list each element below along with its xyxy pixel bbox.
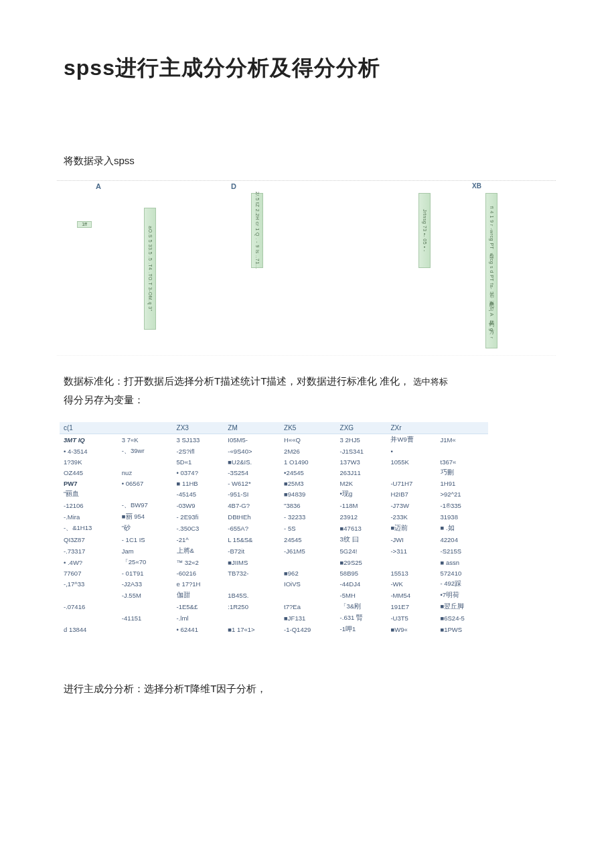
table-row: 1?39K5D«1■U2&IS.1 O1490137W31055Kt367« <box>60 457 488 467</box>
th: ZXG <box>336 422 387 434</box>
table-cell: 并W9曹 <box>386 434 436 446</box>
table-cell: - 492踩 <box>437 578 489 590</box>
table-cell: -WK <box>386 578 436 590</box>
table-cell: ■ 11HB <box>173 478 224 488</box>
table-cell <box>118 488 173 500</box>
table-cell <box>60 590 118 601</box>
table-cell: 137W3 <box>336 457 387 467</box>
table-cell: 77607 <box>60 568 118 578</box>
table-cell: ■JIIMS <box>224 557 280 568</box>
table-row: -,17^33-J2A33e 17?1HIOiVS-44DJ4-WK- 492踩 <box>60 578 488 590</box>
table-cell: TB732- <box>224 568 280 578</box>
data-col-1: aO.S 5 33.5 .5 .T4 .TO.T 3-OM.q 3" <box>144 208 156 330</box>
th: ZXr <box>386 422 436 434</box>
table-cell: e 17?1H <box>173 578 224 590</box>
table-cell: • 0374? <box>173 467 224 478</box>
table-cell <box>280 557 335 568</box>
table-cell: ■47613 <box>336 523 387 534</box>
table-cell: I05M5- <box>224 434 280 446</box>
table-row: PW7• 06567■ 11HB- W612*■25M3M2K-U71H71H9… <box>60 478 488 488</box>
table-cell <box>386 467 436 478</box>
table-cell: 「3&刚 <box>336 601 387 612</box>
table-cell: L 15&S& <box>224 534 280 545</box>
data-col-3: Jrtnsg 73 •- 05 • - <box>418 193 431 268</box>
table-cell: 上將& <box>173 545 224 557</box>
data-col-3-text: Jrtnsg 73 •- 05 • - <box>422 209 427 251</box>
th: ZM <box>224 422 280 434</box>
table-cell: - 2E93fi <box>173 511 224 523</box>
table-cell: ™ 32«2 <box>173 557 224 568</box>
th <box>437 422 489 434</box>
table-cell: nuz <box>118 467 173 478</box>
table-cell: •24545 <box>280 467 335 478</box>
table-cell <box>280 590 335 601</box>
table-row: -.Mira■丽 954- 2E93fiDBtHEh- 3223323912-2… <box>60 511 488 523</box>
table-cell <box>118 601 173 612</box>
table-cell <box>224 578 280 590</box>
table-cell: 3纹 曰 <box>336 534 387 545</box>
th: ZX3 <box>173 422 224 434</box>
table-cell: ■U2&IS. <box>224 457 280 467</box>
table-cell: 5D«1 <box>173 457 224 467</box>
table-row: -41151-.lml■JF131-.631 腎-U3T5■6S24-5 <box>60 612 488 624</box>
table-cell: 1H91 <box>437 478 489 488</box>
table-cell: -.73317 <box>60 545 118 557</box>
table-row: 3MT IQ3 7«K3 SJ133I05M5-H««Q3 2HJ5并W9曹J1… <box>60 434 488 446</box>
table-cell: ->311 <box>386 545 436 557</box>
step3-text: 进行主成分分析：选择分析T降维T因子分析， <box>64 679 556 699</box>
table-cell: -.Mira <box>60 511 118 523</box>
table-cell: -B72it <box>224 545 280 557</box>
th: ZK5 <box>280 422 335 434</box>
table-row: -12106-、BW97-03W94B7-G?"3836-118M-J73W-1… <box>60 500 488 511</box>
table-cell: -951-SI <box>224 488 280 500</box>
table-cell: ■1 17«1> <box>224 624 280 635</box>
table-cell: "砂 <box>118 523 173 534</box>
table-cell: -1E5&£ <box>173 601 224 612</box>
table-cell: -3S254 <box>224 467 280 478</box>
table-cell: ■丽 954 <box>118 511 173 523</box>
table-cell: 263J11 <box>336 467 387 478</box>
table-row: -、&1H13"砂-.350C3-655A?- 5S■47613■迈前■ .如 <box>60 523 488 534</box>
table-header-row: c(1 ZX3 ZM ZK5 ZXG ZXr <box>60 422 488 434</box>
table-cell: -、39wr <box>118 446 173 457</box>
table-cell: -.350C3 <box>173 523 224 534</box>
table-cell: t7?Ea <box>280 601 335 612</box>
table-cell: QI3Z87 <box>60 534 118 545</box>
table-cell: "丽血 <box>60 488 118 500</box>
table-row: -.73317Jam上將&-B72it-J61M55G24!->311-S215… <box>60 545 488 557</box>
table-cell: 191E7 <box>386 601 436 612</box>
table-cell: -.07416 <box>60 601 118 612</box>
table-cell: OZ445 <box>60 467 118 478</box>
table-row: QI3Z87- 1C1 IS-21^L 15&S&245453纹 曰-JWI42… <box>60 534 488 545</box>
table-cell: -、&1H13 <box>60 523 118 534</box>
table-cell: ■25M3 <box>280 478 335 488</box>
table-cell: ■6S24-5 <box>437 612 489 624</box>
table-row: -.07416-1E5&£:1R250t7?Ea「3&刚191E7■翌丘脚 <box>60 601 488 612</box>
table-cell: 58B95 <box>336 568 387 578</box>
table-cell: -U3T5 <box>386 612 436 624</box>
table-cell: 「25«70 <box>118 557 173 568</box>
zscore-table: c(1 ZX3 ZM ZK5 ZXG ZXr 3MT IQ3 7«K3 SJ13… <box>60 422 488 635</box>
table-cell: ■1PWS <box>437 624 489 635</box>
table-row: "丽血-45145-951-SI■94839•现gH2IB7>92^21 <box>60 488 488 500</box>
table-cell: -J2A33 <box>118 578 173 590</box>
data-col-1-text: aO.S 5 33.5 .5 .T4 .TO.T 3-OM.q 3" <box>148 226 153 311</box>
table-cell: d 13844 <box>60 624 118 635</box>
table-cell: -45145 <box>173 488 224 500</box>
table-cell: -.631 腎 <box>336 612 387 624</box>
table-row: • .4W?「25«70™ 32«2■JIIMS■29S25■ assn <box>60 557 488 568</box>
table-cell: -655A? <box>224 523 280 534</box>
table-cell: DBtHEh <box>224 511 280 523</box>
table-cell: 3 SJ133 <box>173 434 224 446</box>
table-cell: - 5S <box>280 523 335 534</box>
spss-sheet-mock: A D XB 1ff aO.S 5 33.5 .5 .T4 .TO.T 3-OM… <box>57 180 556 356</box>
table-cell: ■迈前 <box>386 523 436 534</box>
table-cell: - W612* <box>224 478 280 488</box>
table-cell: -S215S <box>437 545 489 557</box>
table-cell: - 01T91 <box>118 568 173 578</box>
table-cell: - 32233 <box>280 511 335 523</box>
table-cell: -60216 <box>173 568 224 578</box>
table-cell: -MM54 <box>386 590 436 601</box>
table-cell: -44DJ4 <box>336 578 387 590</box>
table-cell: •现g <box>336 488 387 500</box>
